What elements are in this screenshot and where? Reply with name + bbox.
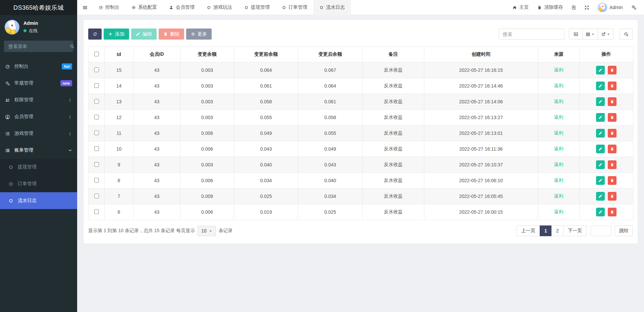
sidebar-subitem-5-2[interactable]: 流水日志 <box>0 192 77 209</box>
row-checkbox[interactable] <box>94 115 99 119</box>
source-link[interactable]: 返利 <box>554 130 564 136</box>
sidebar-item-0[interactable]: 控制台hot <box>0 58 77 75</box>
topnav-item-4[interactable]: 提现管理 <box>238 0 276 15</box>
row-edit-button[interactable] <box>596 97 605 106</box>
hamburger-menu-icon[interactable] <box>77 0 93 15</box>
source-link[interactable]: 返利 <box>554 99 564 104</box>
topnav-item-5[interactable]: 订单管理 <box>276 0 313 15</box>
row-delete-button[interactable] <box>608 66 616 74</box>
source-link[interactable]: 返利 <box>554 162 564 167</box>
cell-after: 0.043 <box>298 157 363 173</box>
row-delete-button[interactable] <box>608 113 616 122</box>
add-button[interactable]: 添加 <box>104 29 129 40</box>
row-delete-button[interactable] <box>608 160 616 169</box>
page-jump-input[interactable] <box>591 226 611 236</box>
column-header-8: 操作 <box>580 47 633 62</box>
sidebar-subitem-5-0[interactable]: 提现管理 <box>0 159 77 175</box>
sidebar-subitem-5-1[interactable]: 订单管理 <box>0 175 77 192</box>
row-delete-button[interactable] <box>608 176 616 185</box>
row-checkbox[interactable] <box>94 67 99 72</box>
topnav-item-1[interactable]: 系统配置 <box>125 0 163 15</box>
search-icon[interactable] <box>70 44 74 49</box>
cell-remark: 反水收益 <box>363 141 424 157</box>
per-page-select[interactable]: 10 <box>198 226 216 236</box>
cell-after: 0.064 <box>298 78 363 94</box>
refresh-button[interactable] <box>88 29 102 40</box>
row-delete-button[interactable] <box>608 129 616 138</box>
page-jump-button[interactable]: 跳转 <box>615 225 633 236</box>
row-checkbox[interactable] <box>94 194 99 198</box>
sidebar-item-4[interactable]: 游戏管理 <box>0 125 77 142</box>
more-button[interactable]: 更多 <box>186 29 212 40</box>
export-button[interactable] <box>598 29 613 40</box>
cell-member-id: 43 <box>133 125 180 141</box>
sidebar-search-input[interactable] <box>8 43 70 49</box>
topnav-item-0[interactable]: 控制台 <box>93 0 125 15</box>
source-link[interactable]: 返利 <box>554 67 564 72</box>
coin-shape <box>598 8 602 11</box>
columns-button[interactable] <box>582 29 598 40</box>
cell-before: 0.040 <box>234 157 298 173</box>
sidebar-item-5[interactable]: 账单管理 <box>0 142 77 159</box>
pencil-icon <box>598 194 602 198</box>
user-menu[interactable]: ♥ Admin <box>593 0 627 15</box>
row-edit-button[interactable] <box>596 145 605 153</box>
row-delete-button[interactable] <box>608 145 616 153</box>
cell-remark: 反水收益 <box>363 204 424 220</box>
topnav-item-2[interactable]: 会员管理 <box>163 0 201 15</box>
cell-actions <box>580 204 633 220</box>
topnav-item-3[interactable]: 游戏玩法 <box>201 0 238 15</box>
source-link[interactable]: 返利 <box>554 146 564 151</box>
row-delete-button[interactable] <box>608 208 616 216</box>
row-delete-button[interactable] <box>608 82 616 90</box>
page-prev-button[interactable]: 上一页 <box>517 225 540 236</box>
table-row: 9 43 0.003 0.040 0.043 反水收益 2022-05-27 1… <box>89 157 633 173</box>
page-2-button[interactable]: 2 <box>551 225 564 236</box>
source-link[interactable]: 返利 <box>554 177 564 183</box>
sidebar-item-1[interactable]: 常规管理new <box>0 75 77 92</box>
page-next-button[interactable]: 下一页 <box>563 225 587 236</box>
sidebar-item-2[interactable]: 权限管理 <box>0 92 77 108</box>
row-checkbox[interactable] <box>94 209 99 214</box>
source-link[interactable]: 返利 <box>554 83 564 88</box>
row-edit-button[interactable] <box>596 176 605 185</box>
edit-button[interactable]: 编辑 <box>131 29 157 40</box>
row-edit-button[interactable] <box>596 66 605 74</box>
language-icon[interactable] <box>567 0 580 15</box>
row-checkbox[interactable] <box>94 178 99 183</box>
cell-checkbox <box>89 173 105 189</box>
table-search-input[interactable] <box>499 29 565 40</box>
cell-change: 0.003 <box>180 62 234 78</box>
settings-gears-icon[interactable] <box>627 0 641 15</box>
row-edit-button[interactable] <box>596 208 605 216</box>
topnav-item-6[interactable]: 流水日志 <box>313 0 351 15</box>
row-edit-button[interactable] <box>596 129 605 138</box>
row-edit-button[interactable] <box>596 192 605 201</box>
avatar: ♥ <box>598 3 607 12</box>
source-link[interactable]: 返利 <box>554 114 564 120</box>
delete-button[interactable]: 删除 <box>159 29 184 40</box>
select-all-checkbox[interactable] <box>94 52 99 56</box>
fullscreen-icon[interactable] <box>580 0 593 15</box>
source-link[interactable]: 返利 <box>554 193 564 199</box>
trash-icon <box>163 32 168 36</box>
row-checkbox[interactable] <box>94 99 99 104</box>
row-edit-button[interactable] <box>596 113 605 122</box>
row-checkbox[interactable] <box>94 83 99 88</box>
page-1-button[interactable]: 1 <box>540 225 552 236</box>
sidebar-item-3[interactable]: 会员管理 <box>0 108 77 125</box>
row-checkbox[interactable] <box>94 162 99 167</box>
detail-view-button[interactable] <box>569 29 583 40</box>
row-delete-button[interactable] <box>608 192 616 201</box>
row-edit-button[interactable] <box>596 160 605 169</box>
cell-remark: 反水收益 <box>363 110 424 125</box>
home-button[interactable]: 主页 <box>508 0 533 15</box>
row-delete-button[interactable] <box>608 97 616 106</box>
column-header-3: 变更前余额 <box>234 47 298 62</box>
clear-cache-button[interactable]: 清除缓存 <box>533 0 567 15</box>
row-checkbox[interactable] <box>94 146 99 151</box>
advanced-search-button[interactable] <box>620 29 633 40</box>
row-edit-button[interactable] <box>596 82 605 90</box>
source-link[interactable]: 返利 <box>554 209 564 214</box>
row-checkbox[interactable] <box>94 131 99 135</box>
